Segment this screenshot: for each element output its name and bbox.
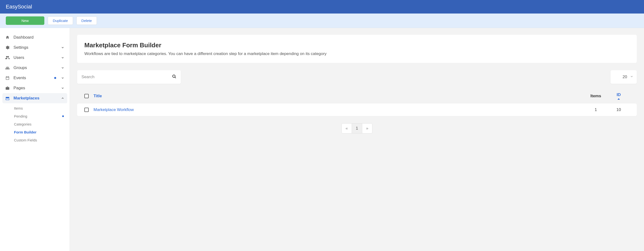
sort-asc-icon [618,98,620,100]
sidebar-item-pages[interactable]: Pages [2,83,67,93]
notification-dot [54,77,56,79]
page-prev[interactable]: « [342,124,352,133]
row-id-value: 10 [608,107,630,112]
sidebar-item-users[interactable]: Users [2,53,67,63]
new-button[interactable]: New [6,17,44,25]
table-row: Marketplace Workflow 1 10 [77,104,637,116]
delete-button[interactable]: Delete [76,17,97,25]
search-icon[interactable] [172,74,176,80]
chevron-down-icon [60,76,65,80]
top-header: EasySocial [0,0,644,14]
search-wrap [77,70,181,84]
subnav-label: Categories [14,122,65,126]
page-title: Marketplace Form Builder [84,42,630,49]
sidebar-item-settings[interactable]: Settings [2,43,67,53]
sidebar: Dashboard Settings Users Groups [0,28,70,251]
sidebar-item-marketplaces[interactable]: Marketplaces [2,93,67,103]
sidebar-item-label: Events [14,76,51,80]
marketplaces-subnav: Items Pending Categories Form Builder Cu… [2,103,67,145]
subnav-label: Items [14,106,65,110]
pagesize-select[interactable]: 20 [610,70,637,84]
group-icon [5,65,10,71]
calendar-icon [5,75,10,81]
pagesize-value: 20 [622,75,627,79]
controls-row: 20 [77,70,637,84]
subnav-label: Form Builder [14,130,65,134]
chevron-down-icon [60,45,65,50]
home-icon [5,35,10,40]
duplicate-button[interactable]: Duplicate [48,17,73,25]
search-input[interactable] [77,70,181,84]
chevron-up-icon [60,96,65,100]
subnav-categories[interactable]: Categories [12,120,67,128]
subnav-items[interactable]: Items [12,104,67,112]
row-items-value: 1 [584,107,608,112]
row-checkbox[interactable] [84,108,89,112]
row-title-link[interactable]: Marketplace Workflow [94,107,134,112]
page-next[interactable]: » [362,124,372,133]
page-description: Workflows are tied to marketplace catego… [84,51,630,56]
sidebar-item-events[interactable]: Events [2,73,67,83]
sidebar-item-label: Settings [14,45,57,50]
store-icon [5,96,10,101]
sidebar-item-label: Users [14,55,57,60]
subnav-label: Custom Fields [14,138,65,142]
sidebar-item-groups[interactable]: Groups [2,63,67,73]
page-current[interactable]: 1 [352,124,362,133]
toolbar: New Duplicate Delete [0,14,644,28]
sidebar-item-label: Groups [14,65,57,70]
table-header: Title Items ID [77,89,637,104]
subnav-label: Pending [14,114,62,118]
sidebar-item-label: Marketplaces [14,96,57,101]
sidebar-item-label: Pages [14,86,57,91]
chevron-down-icon [60,56,65,60]
chevron-down-icon [60,86,65,90]
column-header-id-label: ID [617,92,621,97]
users-icon [5,55,10,60]
subnav-form-builder[interactable]: Form Builder [12,128,67,136]
pagination: « 1 » [77,123,637,133]
sidebar-item-label: Dashboard [14,35,65,40]
sidebar-item-dashboard[interactable]: Dashboard [2,32,67,43]
column-header-id[interactable]: ID [608,92,630,100]
subnav-custom-fields[interactable]: Custom Fields [12,136,67,144]
svg-point-0 [172,75,175,78]
main-content: Marketplace Form Builder Workflows are t… [70,28,644,251]
brand-title: EasySocial [6,4,32,10]
briefcase-icon [5,85,10,91]
subnav-pending[interactable]: Pending [12,112,67,120]
chevron-down-icon [630,75,634,79]
select-all-checkbox[interactable] [84,94,89,98]
column-header-items[interactable]: Items [584,94,608,98]
notification-dot [62,115,64,117]
cogs-icon [5,45,10,50]
chevron-down-icon [60,66,65,70]
page-header-card: Marketplace Form Builder Workflows are t… [77,35,637,63]
column-header-title[interactable]: Title [94,94,584,98]
svg-line-1 [175,77,176,78]
